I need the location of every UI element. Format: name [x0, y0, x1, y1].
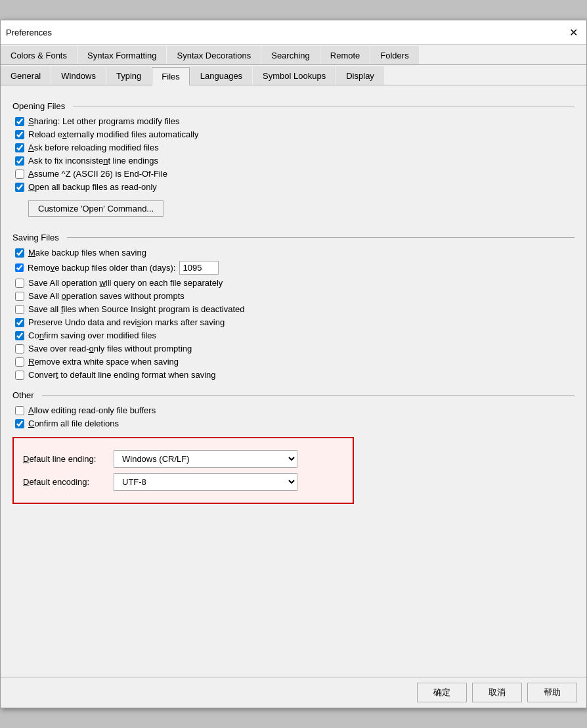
checkbox-save-readonly-label: Save over read-only files without prompt…: [28, 344, 192, 353]
bottom-bar: 确定 取消 帮助: [1, 677, 586, 708]
tab-languages[interactable]: Languages: [190, 66, 252, 85]
checkbox-allow-readonly-edit-input[interactable]: [15, 406, 24, 415]
content-area: Opening Files Sharing: Let other program…: [1, 85, 586, 677]
checkbox-assume-eof-input[interactable]: [15, 170, 24, 179]
checkbox-preserve-undo[interactable]: Preserve Undo data and revision marks af…: [15, 317, 575, 327]
checkbox-remove-backup-input[interactable]: [15, 263, 24, 272]
checkbox-convert-lineend-label: Convert to default line ending format wh…: [28, 370, 215, 380]
tab-searching[interactable]: Searching: [261, 46, 320, 64]
checkbox-save-deactivate-label: Save all files when Source Insight progr…: [28, 304, 245, 314]
checkbox-reload-input[interactable]: [15, 130, 24, 139]
remove-backup-row: Remove backup files older than (days):: [15, 261, 575, 275]
checkbox-open-backup-label: Open all backup files as read-only: [28, 182, 157, 192]
checkbox-save-all-query-input[interactable]: [15, 279, 24, 288]
checkbox-reload[interactable]: Reload externally modified files automat…: [15, 129, 575, 139]
checkbox-confirm-saving-input[interactable]: [15, 331, 24, 340]
highlighted-dropdowns: Default line ending: Windows (CR/LF) Uni…: [12, 437, 354, 504]
window-title: Preferences: [6, 28, 52, 37]
tab-typing[interactable]: Typing: [106, 66, 151, 85]
checkbox-save-all-noprompt-label: Save All operation saves without prompts: [28, 291, 185, 301]
checkbox-preserve-undo-label: Preserve Undo data and revision marks af…: [28, 317, 225, 327]
checkbox-sharing[interactable]: Sharing: Let other programs modify files: [15, 116, 575, 126]
tab-general[interactable]: General: [1, 66, 51, 85]
checkbox-save-all-query[interactable]: Save All operation will query on each fi…: [15, 278, 575, 288]
checkbox-save-deactivate[interactable]: Save all files when Source Insight progr…: [15, 304, 575, 314]
checkbox-remove-whitespace-input[interactable]: [15, 357, 24, 367]
tab-syntax-decorations[interactable]: Syntax Decorations: [167, 46, 261, 64]
checkbox-convert-lineend[interactable]: Convert to default line ending format wh…: [15, 370, 575, 380]
checkbox-save-deactivate-input[interactable]: [15, 305, 24, 314]
checkbox-save-all-noprompt[interactable]: Save All operation saves without prompts: [15, 291, 575, 301]
checkbox-confirm-saving-label: Confirm saving over modified files: [28, 330, 156, 340]
help-button[interactable]: 帮助: [527, 683, 577, 702]
tab-windows[interactable]: Windows: [51, 66, 106, 85]
checkbox-open-backup[interactable]: Open all backup files as read-only: [15, 182, 575, 192]
checkbox-allow-readonly-edit-label: Allow editing read-only file buffers: [28, 405, 156, 415]
tab-syntax-formatting[interactable]: Syntax Formatting: [77, 46, 167, 64]
checkbox-sharing-input[interactable]: [15, 117, 24, 126]
checkbox-preserve-undo-input[interactable]: [15, 318, 24, 327]
checkbox-sharing-label: Sharing: Let other programs modify files: [28, 116, 180, 126]
tabs-row-1: Colors & Fonts Syntax Formatting Syntax …: [1, 45, 586, 65]
checkbox-confirm-delete-label: Confirm all file deletions: [28, 419, 119, 428]
checkbox-make-backup-input[interactable]: [15, 248, 24, 258]
default-encoding-select[interactable]: UTF-8 UTF-16 ANSI: [114, 473, 297, 491]
other-header: Other: [12, 390, 575, 400]
default-encoding-label: Default encoding:: [23, 477, 108, 487]
checkbox-make-backup-label: Make backup files when saving: [28, 248, 146, 258]
preferences-window: Preferences ✕ Colors & Fonts Syntax Form…: [0, 20, 587, 708]
checkbox-ask-reload-label: Ask before reloading modified files: [28, 143, 159, 152]
default-line-ending-select[interactable]: Windows (CR/LF) Unix (LF) Mac (CR): [114, 450, 297, 468]
saving-files-header: Saving Files: [12, 233, 575, 242]
default-line-ending-label: Default line ending:: [23, 454, 108, 464]
checkbox-save-readonly[interactable]: Save over read-only files without prompt…: [15, 344, 575, 353]
tab-symbol-lookups[interactable]: Symbol Lookups: [253, 66, 336, 85]
checkbox-confirm-saving[interactable]: Confirm saving over modified files: [15, 330, 575, 340]
checkbox-open-backup-input[interactable]: [15, 183, 24, 192]
tab-remote[interactable]: Remote: [320, 46, 370, 64]
checkbox-assume-eof[interactable]: Assume ^Z (ASCII 26) is End-Of-File: [15, 169, 575, 179]
ok-button[interactable]: 确定: [417, 683, 467, 702]
customize-open-button[interactable]: Customize 'Open' Command...: [28, 200, 163, 217]
checkbox-save-all-query-label: Save All operation will query on each fi…: [28, 278, 223, 288]
tab-colors-fonts[interactable]: Colors & Fonts: [1, 46, 77, 64]
checkbox-remove-whitespace-label: Remove extra white space when saving: [28, 357, 179, 367]
cancel-button[interactable]: 取消: [472, 683, 522, 702]
tab-files[interactable]: Files: [152, 67, 189, 85]
close-button[interactable]: ✕: [565, 24, 581, 40]
default-line-ending-row: Default line ending: Windows (CR/LF) Uni…: [23, 450, 346, 468]
checkbox-reload-label: Reload externally modified files automat…: [28, 129, 198, 139]
backup-days-input[interactable]: [179, 261, 219, 275]
checkbox-ask-reload-input[interactable]: [15, 143, 24, 152]
tab-folders[interactable]: Folders: [370, 46, 418, 64]
checkbox-allow-readonly-edit[interactable]: Allow editing read-only file buffers: [15, 405, 575, 415]
checkbox-ask-fix-input[interactable]: [15, 156, 24, 166]
tabs-row-2: General Windows Typing Files Languages S…: [1, 65, 586, 85]
title-bar: Preferences ✕: [1, 20, 586, 45]
checkbox-ask-reload[interactable]: Ask before reloading modified files: [15, 143, 575, 152]
checkbox-save-all-noprompt-input[interactable]: [15, 292, 24, 301]
checkbox-make-backup[interactable]: Make backup files when saving: [15, 248, 575, 258]
checkbox-confirm-delete[interactable]: Confirm all file deletions: [15, 419, 575, 428]
checkbox-ask-fix[interactable]: Ask to fix inconsistent line endings: [15, 156, 575, 166]
checkbox-remove-whitespace[interactable]: Remove extra white space when saving: [15, 357, 575, 367]
checkbox-save-readonly-input[interactable]: [15, 344, 24, 353]
checkbox-remove-backup-label: Remove backup files older than (days):: [28, 263, 175, 273]
checkbox-assume-eof-label: Assume ^Z (ASCII 26) is End-Of-File: [28, 169, 167, 179]
checkbox-convert-lineend-input[interactable]: [15, 371, 24, 380]
checkbox-confirm-delete-input[interactable]: [15, 419, 24, 428]
tab-display[interactable]: Display: [336, 66, 384, 85]
default-encoding-row: Default encoding: UTF-8 UTF-16 ANSI: [23, 473, 346, 491]
checkbox-ask-fix-label: Ask to fix inconsistent line endings: [28, 156, 158, 166]
opening-files-header: Opening Files: [12, 101, 575, 111]
